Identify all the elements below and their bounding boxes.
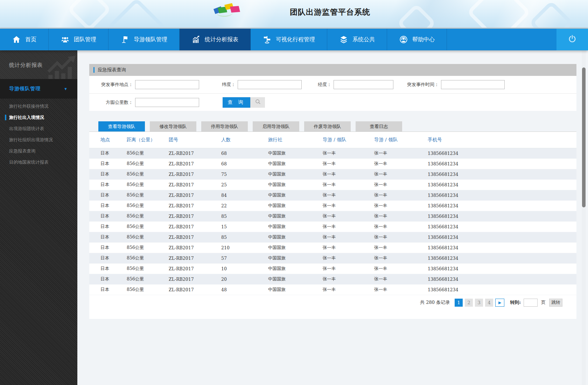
nav-item-statistics-reports[interactable]: 统计分析报表 [180, 29, 251, 50]
table-row[interactable]: 日本 856公里 ZL-RB2017 210 中国国旅 张一丰 张一丰 1385… [89, 242, 576, 253]
emergency-report-search-panel: 应急报表查询 突发事件地点： 纬度： 经度： 突发事件时间： 方圆公里数： 查 … [89, 64, 576, 111]
nav-item-system-public[interactable]: 系统公共 [327, 29, 387, 50]
tab-button[interactable]: 作废导游领队 [304, 121, 351, 131]
cell-phone: 13856681234 [428, 211, 576, 221]
tab-button[interactable]: 查看日志 [356, 121, 402, 131]
cell-guide: 张一丰 [323, 232, 374, 242]
cell-distance: 856公里 [127, 211, 169, 221]
nav-item-visual-itinerary-management[interactable]: 可视化行程管理 [251, 29, 327, 50]
table-row[interactable]: 日本 856公里 ZL-RB2017 85 中国国旅 张一丰 张一丰 13856… [89, 232, 576, 242]
incident-time-input[interactable] [441, 80, 505, 89]
page-button[interactable]: 1 [455, 299, 463, 307]
panel-header: 应急报表查询 [89, 64, 576, 76]
table-row[interactable]: 日本 856公里 ZL-RB2017 75 中国国旅 张一丰 张一丰 13856… [89, 169, 576, 179]
table-row[interactable]: 日本 856公里 ZL-RB2017 48 中国国旅 张一丰 张一丰 13856… [89, 284, 576, 295]
tab-button[interactable]: 修改导游领队 [150, 121, 196, 131]
sidebar-item[interactable]: 出境游组团统计表 [0, 123, 77, 134]
next-page-button[interactable]: ▶ [495, 299, 504, 307]
table-row[interactable]: 日本 856公里 ZL-RB2017 22 中国国旅 张一丰 张一丰 13856… [89, 200, 576, 211]
cell-group-no: ZL-RB2017 [169, 158, 221, 169]
search-magnifier-button[interactable] [250, 97, 265, 108]
cell-leader: 张一丰 [374, 284, 428, 295]
cell-people: 20 [221, 274, 268, 284]
record-count: 共 280 条记录 [420, 299, 450, 306]
cell-distance: 856公里 [127, 242, 169, 253]
tab-button[interactable]: 启用导游领队 [253, 121, 299, 131]
jump-button[interactable]: 跳转 [549, 299, 562, 307]
page-button[interactable]: 2 [465, 299, 473, 307]
scrollbar-thumb[interactable] [582, 67, 586, 207]
page-number-input[interactable] [524, 299, 538, 307]
cell-phone: 13856681234 [428, 253, 576, 263]
table-row[interactable]: 日本 856公里 ZL-RB2017 68 中国国旅 张一丰 张一丰 13856… [89, 148, 576, 158]
incident-location-input[interactable] [135, 80, 199, 89]
cell-distance: 856公里 [127, 274, 169, 284]
cell-group-no: ZL-RB2017 [169, 263, 221, 274]
sidebar-group-guide-leader-management[interactable]: 导游领队管理 ▼ [0, 79, 77, 99]
table-row[interactable]: 日本 856公里 ZL-RB2017 10 中国国旅 张一丰 张一丰 13856… [89, 263, 576, 274]
pagination: 共 280 条记录 1 2 3 4 ▶ 转到: 页 [420, 298, 562, 307]
home-icon [12, 35, 21, 44]
sidebar-item-label: 旅行社组织出境游情况 [9, 137, 53, 142]
cell-guide: 张一丰 [323, 158, 374, 169]
sidebar-item[interactable]: 应急报表查询 [0, 145, 77, 157]
cell-guide: 张一丰 [323, 169, 374, 179]
page-button[interactable]: 3 [475, 299, 483, 307]
table-row[interactable]: 日本 856公里 ZL-RB2017 25 中国国旅 张一丰 张一丰 13856… [89, 179, 576, 190]
scrollbar-track[interactable] [582, 50, 586, 385]
radius-km-input[interactable] [135, 98, 199, 107]
col-leader: 导游 / 领队 [374, 132, 428, 148]
search-form-row-1: 突发事件地点： 纬度： 经度： 突发事件时间： [89, 76, 576, 93]
cell-distance: 856公里 [127, 263, 169, 274]
nav-item-team-management[interactable]: 团队管理 [49, 29, 108, 50]
longitude-input[interactable] [334, 80, 393, 89]
cell-place: 日本 [89, 148, 127, 158]
cell-agency: 中国国旅 [268, 232, 323, 242]
query-button[interactable]: 查 询 [223, 97, 250, 108]
nav-item-home[interactable]: 首页 [0, 29, 49, 50]
table-row[interactable]: 日本 856公里 ZL-RB2017 15 中国国旅 张一丰 张一丰 13856… [89, 221, 576, 232]
cell-distance: 856公里 [127, 169, 169, 179]
cell-leader: 张一丰 [374, 158, 428, 169]
col-agency: 旅行社 [268, 132, 323, 148]
page-unit-label: 页 [541, 299, 546, 306]
tab-button[interactable]: 查看导游领队 [98, 121, 145, 131]
page-button[interactable]: 4 [485, 299, 493, 307]
cell-phone: 13856681234 [428, 200, 576, 211]
tab-button[interactable]: 停用导游领队 [201, 121, 248, 131]
table-row[interactable]: 日本 856公里 ZL-RB2017 57 中国国旅 张一丰 张一丰 13856… [89, 253, 576, 263]
sidebar-item[interactable]: 旅行社组织出境游情况 [0, 134, 77, 145]
sidebar-item[interactable]: 旅行社外联接待情况 [0, 101, 77, 112]
cell-guide: 张一丰 [323, 190, 374, 200]
cell-leader: 张一丰 [374, 221, 428, 232]
cell-distance: 856公里 [127, 200, 169, 211]
table-row[interactable]: 日本 856公里 ZL-RB2017 20 中国国旅 张一丰 张一丰 13856… [89, 274, 576, 284]
cell-place: 日本 [89, 179, 127, 190]
cell-leader: 张一丰 [374, 200, 428, 211]
team-icon [61, 35, 70, 44]
sidebar-item[interactable]: 目的地国家统计报表 [0, 157, 77, 168]
table-row[interactable]: 日本 856公里 ZL-RB2017 84 中国国旅 张一丰 张一丰 13856… [89, 190, 576, 200]
nav-item-help-center[interactable]: 帮助中心 [387, 29, 447, 50]
table-row[interactable]: 日本 856公里 ZL-RB2017 85 中国国旅 张一丰 张一丰 13856… [89, 211, 576, 221]
main-nav: 首页 团队管理 导游领队管理 [0, 29, 588, 50]
cell-guide: 张一丰 [323, 284, 374, 295]
chart-watermark-icon [40, 52, 77, 79]
cell-people: 15 [221, 221, 268, 232]
cell-agency: 中国国旅 [268, 263, 323, 274]
table-row[interactable]: 日本 856公里 ZL-RB2017 68 中国国旅 张一丰 张一丰 13856… [89, 158, 576, 169]
signpost-icon [262, 35, 272, 44]
col-guide: 导游 / 领队 [323, 132, 374, 148]
col-place: 地点 [89, 132, 127, 148]
cell-group-no: ZL-RB2017 [169, 200, 221, 211]
cell-distance: 856公里 [127, 284, 169, 295]
latitude-input[interactable] [238, 80, 302, 89]
cell-group-no: ZL-RB2017 [169, 169, 221, 179]
cell-agency: 中国国旅 [268, 221, 323, 232]
cell-distance: 856公里 [127, 253, 169, 263]
logout-button[interactable] [556, 29, 588, 50]
cell-distance: 856公里 [127, 221, 169, 232]
nav-item-guide-leader-management[interactable]: 导游领队管理 [108, 29, 180, 50]
sidebar-item[interactable]: 旅行社出入境情况 [0, 112, 77, 123]
content: 应急报表查询 突发事件地点： 纬度： 经度： 突发事件时间： 方圆公里数： 查 … [77, 50, 588, 385]
